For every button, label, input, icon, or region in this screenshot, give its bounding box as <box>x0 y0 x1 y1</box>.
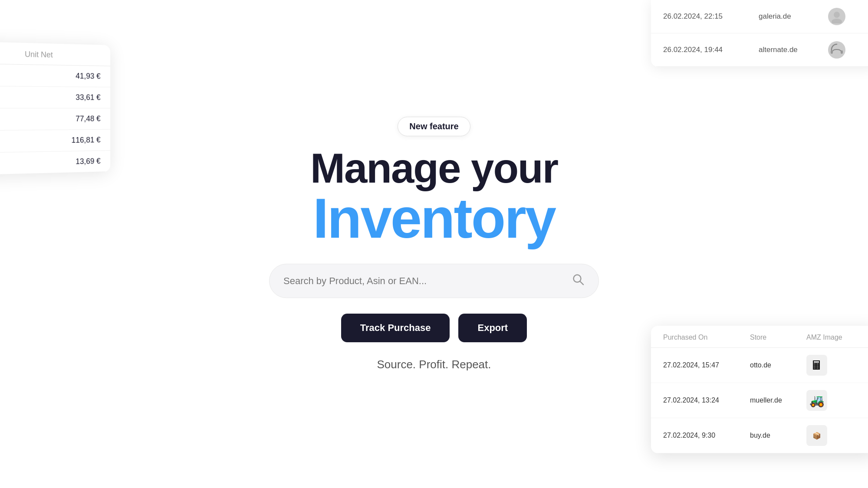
purchase-table-store-1: otto.de <box>750 361 798 369</box>
left-inventory-panel: ntity Unit Net 41,93 € 33,61 € 77,48 € 1… <box>0 42 110 176</box>
unit-net-value-1: 41,93 € <box>50 71 101 81</box>
purchase-date-2: 26.02.2024, 19:44 <box>663 46 741 54</box>
track-purchase-button[interactable]: Track Purchase <box>341 314 450 342</box>
calculator-icon: 🖩 <box>811 358 823 373</box>
unit-net-value-2: 33,61 € <box>50 93 101 102</box>
col-purchased-on-label: Purchased On <box>663 334 741 341</box>
purchase-table-date-3: 27.02.2024, 9:30 <box>663 432 741 439</box>
action-buttons-group: Track Purchase Export <box>341 314 527 342</box>
svg-point-0 <box>834 12 840 18</box>
col-amz-image-label: AMZ Image <box>806 334 842 341</box>
purchase-table-date-2: 27.02.2024, 13:24 <box>663 396 741 404</box>
inventory-row-5: 13,69 € <box>0 151 110 175</box>
left-panel-header: ntity Unit Net <box>0 42 110 66</box>
inventory-row-3: 77,48 € <box>0 108 110 131</box>
search-bar-container[interactable] <box>269 264 599 298</box>
package-icon: 📦 <box>812 432 821 440</box>
col-store-label: Store <box>750 334 798 341</box>
right-top-panel: 26.02.2024, 22:15 galeria.de 26.02.2024,… <box>651 0 868 67</box>
inventory-row-2: 33,61 € <box>0 86 110 108</box>
unit-net-value-3: 77,48 € <box>50 115 101 124</box>
new-feature-badge: New feature <box>398 117 470 136</box>
inventory-row-4: 116,81 € <box>0 130 110 153</box>
purchase-history-row-2: 26.02.2024, 19:44 alternate.de <box>651 33 868 67</box>
tagline-text: Source. Profit. Repeat. <box>377 358 491 371</box>
purchase-table-row-2: 27.02.2024, 13:24 mueller.de 🚜 <box>651 383 868 418</box>
search-input[interactable] <box>283 275 565 287</box>
inventory-row-1: 41,93 € <box>0 64 110 87</box>
product-image-3: 📦 <box>806 425 827 446</box>
purchase-table-header: Purchased On Store AMZ Image <box>651 326 868 348</box>
product-image-2: 🚜 <box>806 390 827 411</box>
unit-net-value-5: 13,69 € <box>50 157 101 167</box>
product-image-1: 🖩 <box>806 355 827 376</box>
purchase-table-row-1: 27.02.2024, 15:47 otto.de 🖩 <box>651 348 868 383</box>
user-avatar-1 <box>828 8 845 25</box>
purchase-table-date-1: 27.02.2024, 15:47 <box>663 361 741 369</box>
purchase-history-row-1: 26.02.2024, 22:15 galeria.de <box>651 0 868 33</box>
col-unit-net-label: Unit Net <box>25 50 53 59</box>
hero-section: New feature Manage your Inventory Track … <box>256 117 612 372</box>
purchase-table-row-3: 27.02.2024, 9:30 buy.de 📦 <box>651 418 868 453</box>
bulldozer-icon: 🚜 <box>809 393 825 408</box>
svg-point-1 <box>832 19 842 23</box>
unit-net-value-4: 116,81 € <box>50 136 101 145</box>
svg-line-5 <box>580 282 584 285</box>
hero-headline-line1: Manage your <box>310 147 558 190</box>
headphones-icon <box>828 41 845 59</box>
search-icon <box>572 273 585 289</box>
export-button[interactable]: Export <box>458 314 527 342</box>
right-bottom-panel: Purchased On Store AMZ Image 27.02.2024,… <box>651 326 868 453</box>
purchase-date-1: 26.02.2024, 22:15 <box>663 12 741 21</box>
purchase-table-store-2: mueller.de <box>750 396 798 404</box>
purchase-store-2: alternate.de <box>759 46 811 54</box>
hero-headline-line2: Inventory <box>313 190 555 246</box>
purchase-table-store-3: buy.de <box>750 432 798 439</box>
purchase-store-1: galeria.de <box>759 12 811 21</box>
